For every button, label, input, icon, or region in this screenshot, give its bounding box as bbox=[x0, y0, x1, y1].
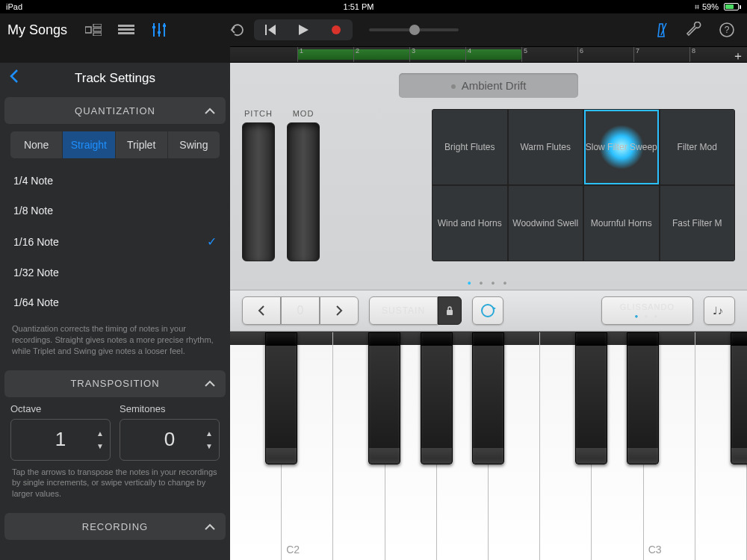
black-key[interactable] bbox=[368, 332, 400, 464]
svg-text:♩♪: ♩♪ bbox=[713, 305, 723, 317]
quantization-header[interactable]: QUANTIZATION bbox=[4, 97, 226, 124]
recording-header[interactable]: RECORDING bbox=[4, 513, 226, 540]
svg-marker-23 bbox=[493, 307, 496, 310]
octave-display: 0 bbox=[281, 296, 320, 325]
patch-selector[interactable]: Ambient Drift bbox=[399, 73, 578, 98]
quant-note-option[interactable]: 1/16 Note✓ bbox=[0, 225, 230, 258]
device-label: iPad bbox=[6, 2, 22, 11]
black-key[interactable] bbox=[265, 332, 297, 464]
sound-grid: Bright FlutesWarm FlutesSlow Filter Swee… bbox=[432, 109, 735, 261]
svg-rect-6 bbox=[118, 32, 134, 34]
pitch-wheel[interactable] bbox=[242, 122, 275, 261]
sustain-lock-button[interactable] bbox=[438, 296, 462, 325]
sound-pad[interactable]: Woodwind Swell bbox=[508, 185, 584, 261]
sound-pad[interactable]: Slow Filter Sweep bbox=[583, 109, 660, 185]
arrow-up-icon[interactable]: ▲ bbox=[205, 429, 213, 438]
svg-point-16 bbox=[332, 25, 341, 34]
back-button[interactable] bbox=[9, 69, 19, 88]
transposition-header[interactable]: TRANSPOSITION bbox=[4, 370, 226, 397]
ruler-bar-1[interactable]: 1 bbox=[297, 47, 303, 62]
record-button[interactable] bbox=[320, 19, 353, 40]
quantization-help: Quantization corrects the timing of note… bbox=[0, 317, 230, 367]
svg-rect-10 bbox=[152, 26, 155, 28]
autoplay-button[interactable] bbox=[472, 296, 503, 325]
octave-nav: 0 bbox=[242, 296, 359, 325]
chevron-up-icon bbox=[205, 521, 215, 532]
ruler-bar-8[interactable]: 8 bbox=[689, 47, 695, 62]
add-section-icon[interactable]: ＋ bbox=[732, 49, 744, 64]
svg-text:?: ? bbox=[725, 25, 730, 35]
sound-pad[interactable]: Wind and Horns bbox=[432, 185, 508, 261]
arrow-up-icon[interactable]: ▲ bbox=[96, 429, 104, 438]
transposition-help: Tap the arrows to transpose the notes in… bbox=[0, 461, 230, 511]
quant-note-option[interactable]: 1/8 Note bbox=[0, 196, 230, 225]
octave-down-button[interactable] bbox=[242, 296, 281, 325]
ruler-bar-4[interactable]: 4 bbox=[465, 47, 471, 62]
help-icon[interactable]: ? bbox=[714, 19, 740, 41]
black-key[interactable] bbox=[472, 332, 504, 464]
ruler-bar-6[interactable]: 6 bbox=[577, 47, 583, 62]
quant-note-option[interactable]: 1/64 Note bbox=[0, 287, 230, 317]
octave-up-button[interactable] bbox=[320, 296, 359, 325]
mod-wheel[interactable] bbox=[287, 122, 320, 261]
battery-pct: 59% bbox=[702, 2, 719, 11]
svg-marker-15 bbox=[299, 25, 309, 35]
ruler-bar-7[interactable]: 7 bbox=[633, 47, 639, 62]
arrow-down-icon[interactable]: ▼ bbox=[96, 442, 104, 450]
quantization-mode-segmented[interactable]: NoneStraightTripletSwing bbox=[10, 131, 220, 158]
black-key[interactable] bbox=[731, 332, 747, 464]
pitch-label: PITCH bbox=[244, 109, 273, 118]
grid-page-dots[interactable]: ● ● ● ● bbox=[230, 273, 747, 290]
arpeggiator-button[interactable]: ♩♪ bbox=[704, 296, 735, 325]
quant-mode-straight[interactable]: Straight bbox=[63, 131, 115, 158]
glissando-button[interactable]: GLISSANDO ● ● ● bbox=[601, 296, 693, 325]
track-settings-icon[interactable] bbox=[146, 19, 172, 41]
bluetooth-icon: ⌗ bbox=[695, 2, 699, 12]
black-key[interactable] bbox=[627, 332, 659, 464]
mod-label: MOD bbox=[293, 109, 314, 118]
back-to-songs[interactable]: My Songs bbox=[7, 22, 67, 38]
svg-rect-5 bbox=[118, 28, 134, 31]
octave-stepper[interactable]: 1 ▲▼ bbox=[10, 419, 111, 461]
svg-rect-1 bbox=[93, 24, 102, 27]
panel-title: Track Settings bbox=[75, 71, 155, 86]
metronome-icon[interactable] bbox=[648, 19, 674, 41]
sound-pad[interactable]: Bright Flutes bbox=[432, 109, 508, 185]
arrow-down-icon[interactable]: ▼ bbox=[205, 442, 213, 450]
svg-point-22 bbox=[482, 305, 494, 317]
quant-mode-triplet[interactable]: Triplet bbox=[116, 131, 168, 158]
sound-pad[interactable]: Warm Flutes bbox=[508, 109, 584, 185]
quant-mode-none[interactable]: None bbox=[10, 131, 63, 158]
instrument-view: Ambient Drift PITCH MOD Bright FlutesWar… bbox=[230, 63, 747, 560]
view-browser-icon[interactable] bbox=[81, 19, 106, 41]
master-volume-slider[interactable] bbox=[369, 28, 459, 31]
quant-mode-swing[interactable]: Swing bbox=[168, 131, 220, 158]
ruler-bar-5[interactable]: 5 bbox=[521, 47, 527, 62]
go-to-start-button[interactable] bbox=[254, 19, 287, 40]
keyboard-controls: 0 SUSTAIN GLISSANDO ● ● ● ♩♪ bbox=[230, 290, 747, 332]
quant-note-option[interactable]: 1/4 Note bbox=[0, 166, 230, 196]
semitones-stepper[interactable]: 0 ▲▼ bbox=[120, 419, 220, 461]
sound-pad[interactable]: Mournful Horns bbox=[583, 185, 660, 261]
sustain-button[interactable]: SUSTAIN bbox=[369, 296, 438, 325]
svg-rect-11 bbox=[158, 31, 161, 34]
sound-pad[interactable]: Fast Filter M bbox=[660, 185, 736, 261]
chevron-up-icon bbox=[205, 105, 215, 116]
app-toolbar: My Songs ? bbox=[0, 13, 747, 46]
view-tracks-icon[interactable] bbox=[114, 19, 139, 41]
ruler-bar-2[interactable]: 2 bbox=[353, 47, 359, 62]
chevron-up-icon bbox=[205, 378, 215, 389]
sound-pad[interactable]: Filter Mod bbox=[660, 109, 736, 185]
semitones-label: Semitones bbox=[120, 403, 220, 414]
black-key[interactable] bbox=[421, 332, 453, 464]
black-key[interactable] bbox=[575, 332, 607, 464]
checkmark-icon: ✓ bbox=[207, 234, 217, 249]
piano-keyboard[interactable]: C2C3 bbox=[230, 332, 747, 560]
ruler-bar-3[interactable]: 3 bbox=[409, 47, 415, 62]
settings-wrench-icon[interactable] bbox=[681, 19, 707, 41]
timeline-ruler[interactable]: 12345678 ＋ bbox=[230, 46, 747, 63]
svg-rect-3 bbox=[93, 33, 102, 36]
quant-note-option[interactable]: 1/32 Note bbox=[0, 258, 230, 287]
undo-icon[interactable] bbox=[224, 19, 249, 41]
play-button[interactable] bbox=[287, 19, 320, 40]
